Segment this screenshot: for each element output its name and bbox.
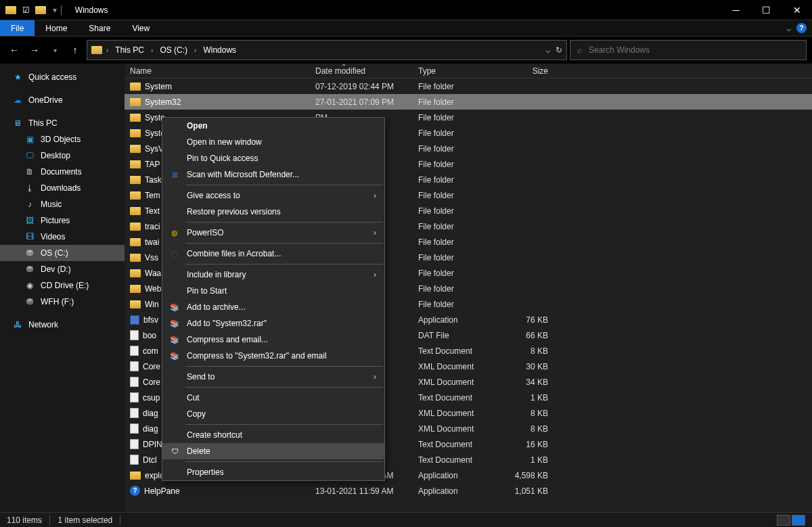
- ctx-restore[interactable]: Restore previous versions: [162, 204, 384, 220]
- drive-icon: ⛃: [24, 296, 35, 307]
- checkbox-icon[interactable]: ☑: [20, 5, 31, 16]
- search-icon: ⌕: [577, 45, 582, 55]
- ctx-include-lib[interactable]: Include in library›: [162, 267, 384, 283]
- sidebar-label: Pictures: [41, 216, 70, 225]
- sidebar-item-desktop[interactable]: 🖵Desktop: [0, 147, 125, 164]
- sidebar-this-pc[interactable]: 🖥This PC: [0, 115, 125, 131]
- sidebar-item-cd-e[interactable]: ◉CD Drive (E:): [0, 277, 125, 294]
- folder-icon: [130, 285, 141, 293]
- file-name: bfsv: [143, 315, 158, 325]
- file-type: File folder: [418, 113, 505, 122]
- folder-icon: [130, 145, 141, 153]
- sidebar-quick-access[interactable]: ★Quick access: [0, 69, 125, 85]
- videos-icon: 🎞: [24, 231, 35, 242]
- ctx-give-access[interactable]: Give access to›: [162, 187, 384, 204]
- ctx-delete[interactable]: 🛡Delete: [162, 443, 384, 459]
- search-input[interactable]: [589, 45, 799, 55]
- col-size[interactable]: Size: [505, 66, 554, 76]
- forward-button[interactable]: →: [26, 41, 43, 59]
- file-modified: 27-01-2021 07:09 PM: [315, 97, 418, 107]
- file-row[interactable]: System3227-01-2021 07:09 PMFile folder: [125, 94, 812, 110]
- sidebar-onedrive[interactable]: ☁OneDrive: [0, 92, 125, 108]
- address-bar[interactable]: › This PC › OS (C:) › Windows ⌵ ↻: [87, 40, 567, 60]
- sidebar-item-3d[interactable]: ▣3D Objects: [0, 131, 125, 147]
- folder-icon: [130, 191, 141, 200]
- window-title: Windows: [75, 5, 108, 15]
- breadcrumb[interactable]: Windows: [200, 45, 239, 55]
- tab-view[interactable]: View: [121, 20, 160, 36]
- chevron-icon[interactable]: ›: [105, 47, 110, 54]
- sidebar-item-music[interactable]: ♪Music: [0, 196, 125, 212]
- maximize-button[interactable]: ☐: [751, 0, 782, 20]
- sidebar-item-documents[interactable]: 🗎Documents: [0, 164, 125, 180]
- col-type[interactable]: Type: [418, 66, 505, 76]
- view-details-button[interactable]: [777, 515, 790, 526]
- help-icon[interactable]: ?: [796, 23, 807, 33]
- back-button[interactable]: ←: [5, 41, 23, 59]
- folder-icon: [130, 83, 141, 91]
- pc-icon: 🖥: [12, 118, 23, 129]
- ribbon-chevron-icon[interactable]: ⌵: [786, 24, 791, 33]
- ctx-acrobat[interactable]: ⬚Combine files in Acrobat...: [162, 246, 384, 262]
- ctx-pin-qa[interactable]: Pin to Quick access: [162, 150, 384, 166]
- acrobat-icon: ⬚: [169, 248, 180, 259]
- ctx-add-rar[interactable]: 📚Add to "System32.rar": [162, 315, 384, 331]
- tab-share[interactable]: Share: [78, 20, 121, 36]
- breadcrumb[interactable]: This PC: [112, 45, 147, 55]
- dropdown-icon[interactable]: ⌵: [545, 45, 550, 55]
- ctx-compress-email[interactable]: 📚Compress and email...: [162, 331, 384, 348]
- tab-file[interactable]: File: [0, 20, 35, 36]
- ctx-pin-start[interactable]: Pin to Start: [162, 283, 384, 299]
- disc-icon: ◉: [24, 280, 35, 291]
- file-type: Application: [418, 315, 505, 325]
- ctx-open[interactable]: Open: [162, 118, 384, 134]
- ctx-shortcut[interactable]: Create shortcut: [162, 427, 384, 443]
- sidebar-item-downloads[interactable]: ⭳Downloads: [0, 180, 125, 196]
- tab-home[interactable]: Home: [35, 20, 78, 36]
- file-name: Vss: [145, 253, 158, 262]
- ctx-copy[interactable]: Copy: [162, 406, 384, 422]
- folder-icon: [130, 207, 141, 215]
- sidebar-item-wfh-f[interactable]: ⛃WFH (F:): [0, 294, 125, 310]
- refresh-icon[interactable]: ↻: [556, 45, 562, 55]
- file-name: DPIN: [143, 440, 162, 449]
- document-icon: 🗎: [24, 166, 35, 177]
- sidebar-network[interactable]: 🖧Network: [0, 317, 125, 333]
- file-row[interactable]: System07-12-2019 02:44 PMFile folder: [125, 78, 812, 94]
- sidebar-item-os-c[interactable]: ⛃OS (C:): [0, 245, 125, 261]
- breadcrumb[interactable]: OS (C:): [157, 45, 190, 55]
- sidebar-label: Documents: [41, 167, 82, 177]
- file-size: 30 KB: [505, 362, 554, 371]
- folder-icon: [130, 254, 141, 262]
- separator: ▾ │: [50, 5, 67, 15]
- ctx-cut[interactable]: Cut: [162, 390, 384, 406]
- up-button[interactable]: ↑: [66, 41, 84, 59]
- search-box[interactable]: ⌕: [570, 40, 807, 60]
- chevron-icon[interactable]: ›: [193, 47, 198, 54]
- minimize-button[interactable]: ─: [721, 0, 751, 20]
- help-icon: ?: [130, 486, 140, 496]
- ctx-defender[interactable]: ⊞Scan with Microsoft Defender...: [162, 166, 384, 183]
- ctx-add-archive[interactable]: 📚Add to archive...: [162, 299, 384, 315]
- ctx-open-new[interactable]: Open in new window: [162, 134, 384, 150]
- ctx-poweriso[interactable]: ◍PowerISO›: [162, 225, 384, 241]
- sidebar-item-pictures[interactable]: 🖼Pictures: [0, 212, 125, 229]
- col-name[interactable]: Name: [130, 66, 315, 76]
- col-modified[interactable]: Date modified: [315, 66, 418, 76]
- history-dropdown[interactable]: ▾: [46, 41, 64, 59]
- file-row[interactable]: ?HelpPane13-01-2021 11:59 AMApplication1…: [125, 483, 812, 499]
- view-icons-button[interactable]: [792, 515, 805, 526]
- column-headers: ⌃ Name Date modified Type Size: [125, 64, 812, 78]
- file-type: Application: [418, 471, 505, 480]
- ctx-properties[interactable]: Properties: [162, 464, 384, 480]
- chevron-icon[interactable]: ›: [150, 47, 154, 54]
- sidebar-item-videos[interactable]: 🎞Videos: [0, 229, 125, 245]
- file-type: File folder: [418, 129, 505, 138]
- ctx-compress-rar-email[interactable]: 📚Compress to "System32.rar" and email: [162, 348, 384, 364]
- file-name: Core: [143, 362, 160, 371]
- sidebar-label: OS (C:): [41, 248, 68, 258]
- ctx-send-to[interactable]: Send to›: [162, 369, 384, 385]
- desktop-icon: 🖵: [24, 150, 35, 161]
- sidebar-item-dev-d[interactable]: ⛃Dev (D:): [0, 261, 125, 277]
- close-button[interactable]: ✕: [782, 0, 812, 20]
